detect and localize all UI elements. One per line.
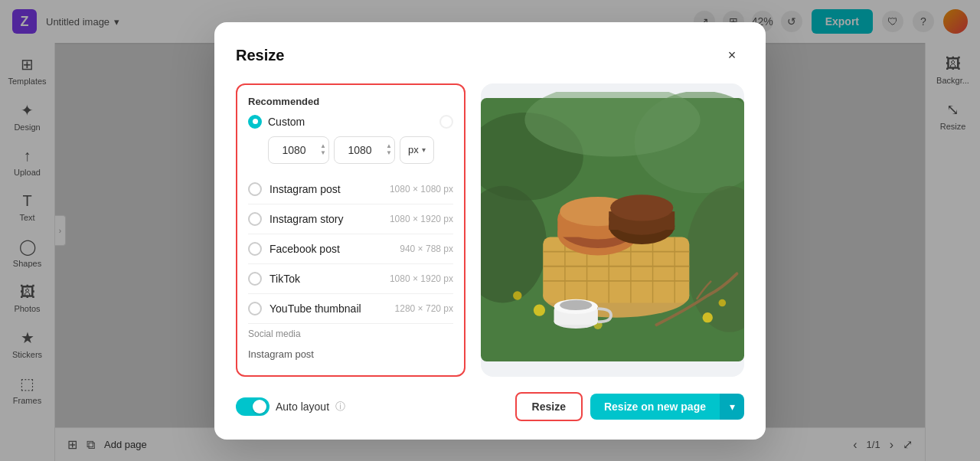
toggle-knob	[253, 400, 266, 414]
svg-point-34	[560, 300, 592, 310]
auto-layout-toggle[interactable]	[236, 397, 270, 416]
instagram-story-option[interactable]: Instagram story 1080 × 1920 px	[248, 204, 453, 234]
facebook-post-size: 940 × 788 px	[400, 244, 453, 254]
facebook-post-radio[interactable]	[248, 242, 262, 256]
resize-modal: Resize × Recommended Custom	[214, 22, 766, 440]
tiktok-name: TikTok	[270, 273, 300, 285]
youtube-thumbnail-name: YouTube thumbnail	[270, 302, 361, 315]
width-spin-arrows: ▲ ▼	[320, 143, 326, 156]
dimension-inputs: ▲ ▼ ▲ ▼ px ▾	[268, 136, 453, 164]
footer-actions: Resize Resize on new page ▾	[515, 392, 744, 421]
modal-header: Resize ×	[236, 44, 744, 68]
width-down-arrow[interactable]: ▼	[320, 150, 326, 156]
unit-dropdown-icon: ▾	[422, 145, 426, 154]
option-left: YouTube thumbnail	[248, 302, 361, 316]
modal-overlay: Resize × Recommended Custom	[0, 0, 980, 461]
unit-value: px	[408, 144, 419, 155]
height-input-wrap: ▲ ▼	[334, 136, 395, 164]
recommended-section-label: Recommended	[248, 96, 453, 107]
width-input-wrap: ▲ ▼	[268, 136, 329, 164]
height-up-arrow[interactable]: ▲	[386, 143, 392, 149]
auto-layout-control: Auto layout ⓘ	[236, 397, 345, 416]
modal-close-button[interactable]: ×	[720, 44, 744, 68]
svg-point-7	[513, 291, 521, 299]
modal-body: Recommended Custom ▲ ▼	[236, 83, 744, 377]
auto-layout-info-icon[interactable]: ⓘ	[335, 400, 345, 414]
instagram-post-size: 1080 × 1080 px	[390, 184, 453, 195]
resize-new-page-button[interactable]: Resize on new page	[590, 394, 720, 420]
social-instagram-post[interactable]: Instagram post	[248, 344, 453, 365]
unit-select[interactable]: px ▾	[400, 136, 434, 164]
youtube-thumbnail-option[interactable]: YouTube thumbnail 1280 × 720 px	[248, 294, 453, 324]
modal-title: Resize	[236, 47, 284, 64]
custom-option-left: Custom	[248, 115, 305, 129]
option-left: TikTok	[248, 272, 300, 286]
option-left: Instagram story	[248, 212, 343, 226]
instagram-story-size: 1080 × 1920 px	[390, 214, 453, 224]
social-media-label: Social media	[248, 329, 453, 339]
image-preview-panel	[481, 83, 744, 377]
svg-point-6	[534, 304, 545, 316]
youtube-thumbnail-size: 1280 × 720 px	[395, 303, 453, 314]
tiktok-option[interactable]: TikTok 1080 × 1920 px	[248, 264, 453, 294]
custom-radio-selected[interactable]	[248, 115, 262, 129]
facebook-post-name: Facebook post	[270, 243, 340, 255]
instagram-story-name: Instagram story	[270, 213, 343, 225]
instagram-post-radio[interactable]	[248, 182, 262, 196]
instagram-post-name: Instagram post	[270, 183, 341, 195]
social-media-section: Social media Instagram post	[248, 329, 453, 365]
youtube-thumbnail-radio[interactable]	[248, 302, 262, 316]
lock-icon	[439, 115, 453, 129]
svg-point-30	[610, 195, 673, 221]
modal-footer: Auto layout ⓘ Resize Resize on new page …	[236, 392, 744, 421]
custom-option-row[interactable]: Custom	[248, 115, 453, 129]
tiktok-radio[interactable]	[248, 272, 262, 286]
tiktok-size: 1080 × 1920 px	[390, 273, 453, 284]
height-spin-arrows: ▲ ▼	[386, 143, 392, 156]
svg-point-8	[703, 312, 713, 322]
width-up-arrow[interactable]: ▲	[320, 143, 326, 149]
option-left: Facebook post	[248, 242, 340, 256]
instagram-post-option[interactable]: Instagram post 1080 × 1080 px	[248, 175, 453, 204]
preview-svg	[481, 92, 744, 368]
resize-new-page-dropdown[interactable]: ▾	[720, 394, 744, 420]
resize-options-panel: Recommended Custom ▲ ▼	[236, 83, 466, 377]
option-left: Instagram post	[248, 182, 341, 196]
resize-new-page-group: Resize on new page ▾	[590, 394, 744, 420]
resize-button[interactable]: Resize	[515, 392, 583, 421]
canvas-image-preview	[481, 83, 744, 377]
instagram-story-radio[interactable]	[248, 212, 262, 226]
facebook-post-option[interactable]: Facebook post 940 × 788 px	[248, 234, 453, 264]
auto-layout-label: Auto layout	[276, 401, 329, 413]
custom-option-name: Custom	[268, 116, 305, 128]
height-down-arrow[interactable]: ▼	[386, 150, 392, 156]
svg-point-9	[719, 299, 727, 307]
